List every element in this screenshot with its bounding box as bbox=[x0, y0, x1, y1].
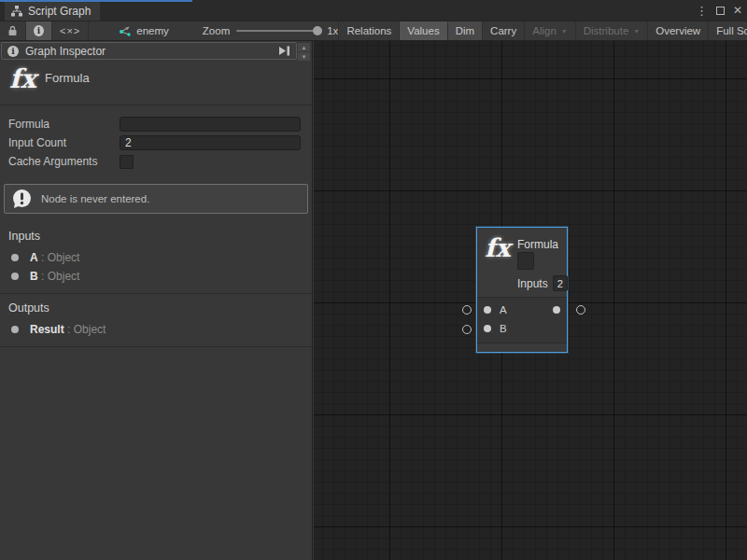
formula-fx-icon: fx bbox=[9, 63, 36, 94]
code-icon: <×> bbox=[60, 25, 80, 36]
outputs-section: Outputs Result : Object bbox=[0, 293, 312, 346]
dock-sidebar-button[interactable] bbox=[278, 46, 290, 56]
port-type: : Object bbox=[67, 323, 106, 336]
lock-button[interactable] bbox=[0, 21, 26, 40]
graph-icon bbox=[119, 25, 131, 36]
relations-button[interactable]: Relations bbox=[338, 21, 400, 40]
graph-name: enemy bbox=[136, 25, 169, 36]
cache-arguments-field-row: Cache Arguments bbox=[0, 152, 312, 171]
formula-field-label: Formula bbox=[8, 118, 120, 131]
node-port-b-label: B bbox=[500, 323, 507, 334]
cache-arguments-field-label: Cache Arguments bbox=[8, 155, 120, 168]
port-dot-icon bbox=[11, 254, 19, 261]
inspected-node-title-block: fx Formula bbox=[0, 60, 312, 105]
external-port-result[interactable] bbox=[576, 305, 585, 315]
formula-node-ports: A B bbox=[477, 297, 567, 343]
warning-bubble-icon bbox=[11, 189, 33, 210]
tab-script-graph[interactable]: Script Graph bbox=[5, 2, 100, 21]
formula-fx-icon: fx bbox=[485, 233, 511, 262]
formula-input[interactable] bbox=[120, 117, 301, 132]
external-port-b[interactable] bbox=[462, 325, 472, 334]
inspector-toggle-button[interactable]: i bbox=[26, 21, 52, 40]
zoom-value: 1x bbox=[327, 25, 338, 36]
inspector-fields: Formula Input Count Cache Arguments bbox=[0, 105, 312, 175]
close-icon[interactable]: ✕ bbox=[733, 5, 742, 16]
ports-sections: Inputs A : Object B : Object Outputs bbox=[0, 222, 312, 347]
node-port-result[interactable] bbox=[553, 306, 560, 314]
outputs-section-header: Outputs bbox=[0, 300, 312, 320]
spinner-up-button[interactable]: ▲ bbox=[298, 43, 310, 51]
formula-node[interactable]: fx Formula Inputs 2 A B bbox=[476, 227, 568, 353]
cache-arguments-checkbox[interactable] bbox=[120, 155, 134, 169]
toolbar-right-group: Relations Values Dim Carry Align ▼ Distr… bbox=[338, 21, 747, 40]
distribute-dropdown[interactable]: Distribute ▼ bbox=[576, 21, 649, 40]
tab-label: Script Graph bbox=[28, 5, 91, 18]
graph-canvas[interactable]: fx Formula Inputs 2 A B bbox=[314, 41, 747, 560]
dock-icon bbox=[278, 46, 290, 56]
node-inputs-row: Inputs 2 bbox=[517, 275, 568, 291]
node-port-row-b: B bbox=[477, 319, 567, 338]
align-label: Align bbox=[532, 25, 557, 36]
graph-toolbar: i <×> enemy Zoom 1x Relations Values Dim… bbox=[0, 21, 747, 41]
port-type: : Object bbox=[41, 270, 79, 283]
port-text: A : Object bbox=[30, 251, 79, 264]
formula-node-title: Formula bbox=[517, 238, 558, 251]
node-port-a[interactable] bbox=[484, 306, 491, 314]
lock-icon bbox=[7, 25, 18, 36]
node-inputs-label: Inputs bbox=[517, 277, 548, 290]
edit-source-button[interactable]: <×> bbox=[52, 21, 89, 40]
port-text: Result : Object bbox=[30, 323, 106, 336]
overview-button[interactable]: Overview bbox=[648, 21, 709, 40]
dim-button[interactable]: Dim bbox=[448, 21, 483, 40]
maximize-icon[interactable] bbox=[716, 7, 725, 15]
port-dot-icon bbox=[11, 326, 19, 333]
zoom-slider-handle[interactable] bbox=[313, 26, 322, 35]
port-text: B : Object bbox=[30, 270, 79, 283]
chevron-down-icon: ▼ bbox=[561, 28, 568, 35]
port-row-result: Result : Object bbox=[0, 320, 312, 339]
window-menu-icon[interactable]: ⋮ bbox=[696, 5, 708, 17]
inputs-section-header: Inputs bbox=[0, 228, 312, 248]
port-type: : Object bbox=[41, 251, 79, 264]
distribute-label: Distribute bbox=[584, 25, 629, 36]
formula-node-header: fx Formula Inputs 2 bbox=[477, 228, 567, 297]
formula-field-row: Formula bbox=[0, 115, 312, 133]
info-icon: i bbox=[7, 46, 19, 57]
input-count-input[interactable] bbox=[120, 135, 301, 150]
port-name: Result bbox=[30, 323, 64, 336]
port-row-a: A : Object bbox=[0, 248, 312, 267]
graph-breadcrumb[interactable]: enemy bbox=[109, 21, 178, 40]
inputs-section: Inputs A : Object B : Object bbox=[0, 222, 312, 293]
input-count-field-label: Input Count bbox=[8, 136, 120, 149]
inspector-header: i Graph Inspector ▲ ▼ bbox=[1, 42, 297, 60]
node-port-a-label: A bbox=[500, 304, 507, 315]
external-port-a[interactable] bbox=[462, 305, 472, 315]
input-count-field-row: Input Count bbox=[0, 133, 312, 152]
inspected-node-title: Formula bbox=[45, 71, 90, 85]
panel-spinner: ▲ ▼ bbox=[298, 43, 310, 61]
info-icon: i bbox=[34, 25, 44, 36]
zoom-control: Zoom 1x bbox=[203, 21, 339, 40]
values-button[interactable]: Values bbox=[400, 21, 447, 40]
warning-text: Node is never entered. bbox=[41, 193, 149, 204]
zoom-label: Zoom bbox=[203, 25, 230, 36]
node-formula-input[interactable] bbox=[517, 252, 534, 270]
fullscreen-button[interactable]: Full Screen bbox=[709, 21, 747, 40]
port-row-b: B : Object bbox=[0, 267, 312, 286]
chevron-down-icon: ▼ bbox=[633, 28, 640, 35]
node-input-count-input[interactable]: 2 bbox=[553, 275, 568, 291]
port-name: A bbox=[30, 251, 38, 264]
zoom-slider[interactable] bbox=[236, 30, 320, 32]
inspector-header-label: Graph Inspector bbox=[25, 45, 272, 58]
port-dot-icon bbox=[11, 273, 19, 280]
align-dropdown[interactable]: Align ▼ bbox=[525, 21, 576, 40]
graph-inspector-panel: i Graph Inspector ▲ ▼ fx Formula Formula… bbox=[0, 41, 313, 560]
title-bar: Script Graph ⋮ ✕ bbox=[0, 0, 747, 21]
formula-node-footer bbox=[477, 343, 567, 352]
node-port-b[interactable] bbox=[484, 325, 491, 332]
script-graph-icon bbox=[11, 6, 22, 17]
carry-button[interactable]: Carry bbox=[483, 21, 525, 40]
warning-box: Node is never entered. bbox=[4, 184, 308, 214]
port-name: B bbox=[30, 270, 38, 283]
window-controls: ⋮ ✕ bbox=[696, 0, 742, 21]
